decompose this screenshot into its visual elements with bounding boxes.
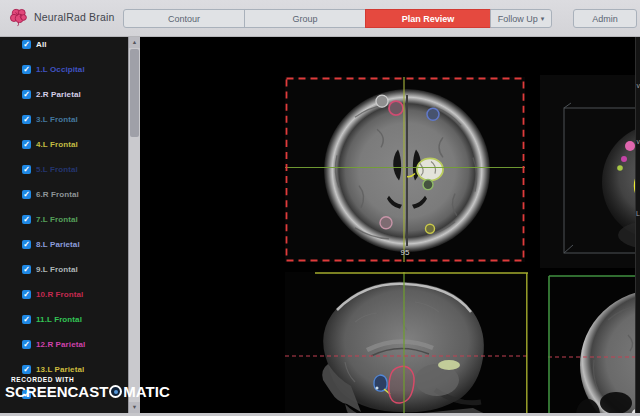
axial-mri-image [285,77,525,262]
sidebar-item[interactable]: ✓ 12.R Parietal [0,337,128,362]
tab-follow-up[interactable]: Follow Up ▾ [490,9,552,28]
watermark-matic: MATIC [123,384,169,399]
sidebar-item[interactable]: ✓ 2.R Parietal [0,87,128,112]
checkbox-icon[interactable]: ✓ [22,290,31,299]
sidebar-item-label: 13.L Parietal [36,365,84,375]
sidebar-item-label: 12.R Parietal [36,340,85,350]
sagittal-mri-image [285,272,528,416]
right-edge-clipped-labels: v v L [635,37,640,413]
sidebar-item[interactable]: ✓ 1.L Occipital [0,62,128,87]
app-brand: NeuralRad Brain [8,7,115,27]
sidebar-item-label: 1.L Occipital [36,65,85,75]
app-title: NeuralRad Brain [34,11,115,23]
sidebar-item[interactable]: ✓ 9.L Frontal [0,262,128,287]
three-d-viewport[interactable] [540,75,640,268]
admin-button[interactable]: Admin [573,9,637,28]
sidebar-item[interactable]: ✓ 3.L Frontal [0,112,128,137]
viewport-grid: 95 [140,37,640,416]
coronal-mri-image [548,275,640,416]
sidebar-item-label: 5.L Frontal [36,165,78,175]
three-d-render-image [540,75,640,268]
screencast-watermark: RECORDED WITH SCREENCAST MATIC [5,376,170,399]
checkbox-icon[interactable]: ✓ [22,340,31,349]
checkbox-icon[interactable]: ✓ [22,190,31,199]
sidebar-item-all[interactable]: ✓ All [0,37,128,62]
checkbox-icon[interactable]: ✓ [22,90,31,99]
sidebar-scrollbar[interactable]: ▲ ▼ [128,37,140,416]
sidebar-item-label: All [36,40,47,50]
brain-logo-icon [8,7,30,27]
tab-contour[interactable]: Contour [123,9,245,28]
sidebar-item-label: 9.L Frontal [36,265,78,275]
checkbox-icon[interactable]: ✓ [22,115,31,124]
edge-glyph: L [636,210,640,217]
sidebar-item[interactable]: ✓ 8.L Parietal [0,237,128,262]
screencastomatic-logo-icon [109,385,122,398]
sidebar-item[interactable]: ✓ 6.R Frontal [0,187,128,212]
checkbox-icon[interactable]: ✓ [22,365,31,374]
checkbox-icon[interactable]: ✓ [22,65,31,74]
sagittal-viewport[interactable]: 127 [285,272,528,416]
checkbox-icon[interactable]: ✓ [22,265,31,274]
checkbox-icon[interactable]: ✓ [22,40,31,49]
checkbox-icon[interactable]: ✓ [22,315,31,324]
scroll-up-icon[interactable]: ▲ [129,37,140,48]
watermark-brand: SCREENCAST MATIC [5,384,170,399]
structure-list: ✓ All ✓ 1.L Occipital ✓ 2.R Parietal ✓ 3… [0,37,128,416]
sidebar-item[interactable]: ✓ 10.R Frontal [0,287,128,312]
sidebar-item-label: 10.R Frontal [36,290,83,300]
sidebar-item[interactable]: ✓ 5.L Frontal [0,162,128,187]
sidebar-item[interactable]: ✓ 4.L Frontal [0,137,128,162]
sidebar-item-label: 3.L Frontal [36,115,78,125]
coronal-viewport[interactable]: 127 [548,275,640,416]
tab-follow-up-label: Follow Up [498,14,538,24]
tab-plan-review[interactable]: Plan Review [365,9,491,28]
sidebar-item-label: 8.L Parietal [36,240,80,250]
scrollbar-thumb[interactable] [130,49,139,137]
edge-glyph: v [637,138,640,145]
checkbox-icon[interactable]: ✓ [22,165,31,174]
sidebar-item[interactable]: ✓ 7.L Frontal [0,212,128,237]
checkbox-icon[interactable]: ✓ [22,240,31,249]
slice-number-label: 95 [285,248,525,257]
structure-sidebar: ✓ All ✓ 1.L Occipital ✓ 2.R Parietal ✓ 3… [0,37,140,416]
sidebar-item-label: 11.L Frontal [36,315,82,325]
scroll-down-icon[interactable]: ▼ [129,402,140,413]
axial-viewport[interactable]: 95 [285,77,525,262]
tab-group[interactable]: Group [244,9,366,28]
sidebar-item-label: 6.R Frontal [36,190,79,200]
checkbox-icon[interactable]: ✓ [22,140,31,149]
chevron-down-icon: ▾ [541,15,545,22]
sidebar-item[interactable]: ✓ 11.L Frontal [0,312,128,337]
edge-glyph: v [637,82,640,89]
sidebar-item-label: 4.L Frontal [36,140,78,150]
checkbox-icon[interactable]: ✓ [22,215,31,224]
top-nav-bar: NeuralRad Brain Contour Group Plan Revie… [0,0,640,37]
nav-tabs: Contour Group Plan Review Follow Up ▾ [123,9,552,28]
watermark-screencast: SCREENCAST [5,384,108,399]
neuralrad-app: NeuralRad Brain Contour Group Plan Revie… [0,0,640,416]
watermark-recorded-with: RECORDED WITH [11,376,170,383]
sidebar-item-label: 7.L Frontal [36,215,78,225]
lesion-highlight [438,360,460,370]
sidebar-item-label: 2.R Parietal [36,90,81,100]
